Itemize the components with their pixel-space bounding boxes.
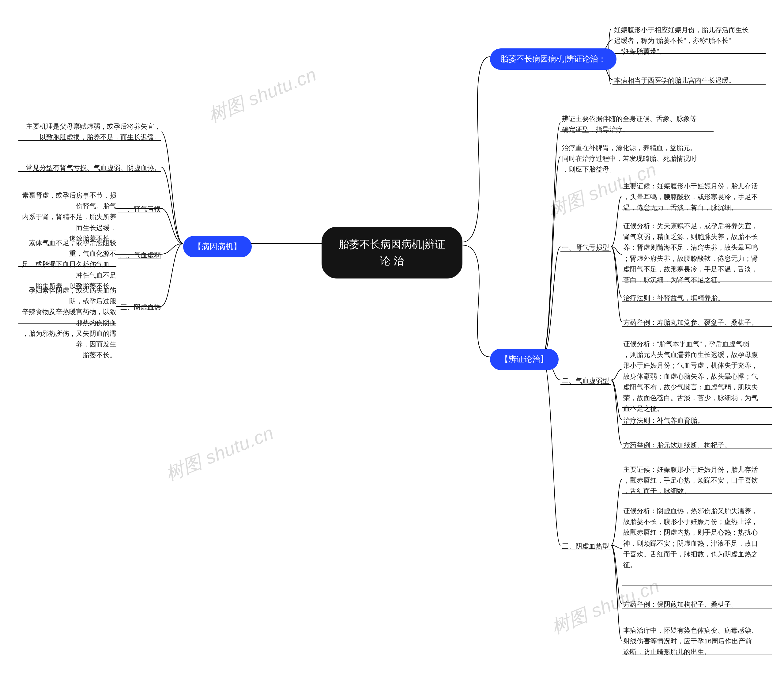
left-tag-2: 一、肾气亏损 xyxy=(118,204,161,215)
right-main-pill[interactable]: 【辨证论治】 xyxy=(490,349,558,370)
type1-item-2: 治疗法则：补肾益气，填精养胎。 xyxy=(623,293,773,303)
left-leaf-0: 主要机理是父母禀赋虚弱，或孕后将养失宜， 以致胞脏虚损，胎养不足，而生长迟缓。 xyxy=(19,121,161,142)
left-branch-pill[interactable]: 【病因病机】 xyxy=(183,236,252,257)
type2-item-1: 治疗法则：补气养血育胎。 xyxy=(623,415,773,426)
type3-item-1: 证候分析：阴虚血热，热邪伤胎又胎失濡养， 故胎萎不长，腹形小于妊娠月份；虚热上浮… xyxy=(623,505,773,570)
right-intro-0: 辨证主要依据伴随的全身证候、舌象、脉象等 确定证型，指导治疗。 xyxy=(562,113,715,135)
type1-item-0: 主要证候：妊娠腹形小于妊娠月份，胎儿存活 ，头晕耳鸣，腰膝酸软，或形寒畏冷，手足… xyxy=(623,181,773,213)
type1-item-1: 证候分析：先天禀赋不足，或孕后将养失宜， 肾气衰弱，精血乏源，则胞脉失养，故胎不… xyxy=(623,221,773,285)
left-tag-4: 三、阴虚血热 xyxy=(118,302,161,312)
left-leaf-1: 常见分型有肾气亏损、气血虚弱、阴虚血热。 xyxy=(19,162,161,173)
type2-item-0: 证候分析：“胎气本乎血气”，孕后血虚气弱 ，则胎元内失气血濡养而生长迟缓，故孕母… xyxy=(623,338,773,414)
left-leaf-3: 素体气血不足，或孕后恶阻较重，气血化源不 足，或胎漏下血日久耗伤气血，冲任气血不… xyxy=(19,237,117,291)
type1-tag: 一、肾气亏损型 xyxy=(562,242,613,253)
type1-item-3: 方药举例：寿胎丸加党参、覆盆子、桑椹子。 xyxy=(623,317,773,328)
type3-item-3: 本病治疗中，怀疑有染色体病变、病毒感染、 射线伤害等情况时，应于孕16周后作出产… xyxy=(623,625,773,658)
root-node[interactable]: 胎萎不长病因病机|辨证论 治 xyxy=(322,227,462,279)
left-leaf-2: 素禀肾虚，或孕后房事不节，损伤肾气。胎气 内系于肾，肾精不足，胎失所养而生长迟缓… xyxy=(19,190,117,244)
watermark: 树图 shutu.cn xyxy=(162,421,277,486)
watermark: 树图 shutu.cn xyxy=(205,62,320,128)
right-intro-1: 治疗重在补脾胃，滋化源，养精血，益胎元。 同时在治疗过程中，若发现畸胎、死胎情况… xyxy=(562,142,715,175)
type3-item-2: 方药举例：保阴煎加枸杞子、桑椹子。 xyxy=(623,599,773,610)
type3-item-0: 主要证候：妊娠腹形小于妊娠月份，胎儿存活 ，颧赤唇红，手足心热，烦躁不安，口干喜… xyxy=(623,464,773,497)
right-top-pill[interactable]: 胎萎不长病因病机|辨证论治： xyxy=(490,48,616,70)
type2-tag: 二、气血虚弱型 xyxy=(562,375,613,386)
type2-item-2: 方药举例：胎元饮加续断、枸杞子。 xyxy=(623,440,773,450)
type3-tag: 三、阴虚血热型 xyxy=(562,541,613,552)
right-top-leaf-0: 妊娠腹形小于相应妊娠月份，胎儿存活而生长 迟缓者，称为“胎萎不长”，亦称“胎不长… xyxy=(614,25,767,57)
left-tag-3: 二、气血虚弱 xyxy=(118,250,161,260)
left-leaf-4: 孕妇素体阴虚，或久病失血伤阴，或孕后过服 辛辣食物及辛热暖宫药物，以致邪热灼伤阴… xyxy=(19,285,117,360)
right-top-leaf-1: 本病相当于西医学的胎儿宫内生长迟缓。 xyxy=(614,75,767,86)
